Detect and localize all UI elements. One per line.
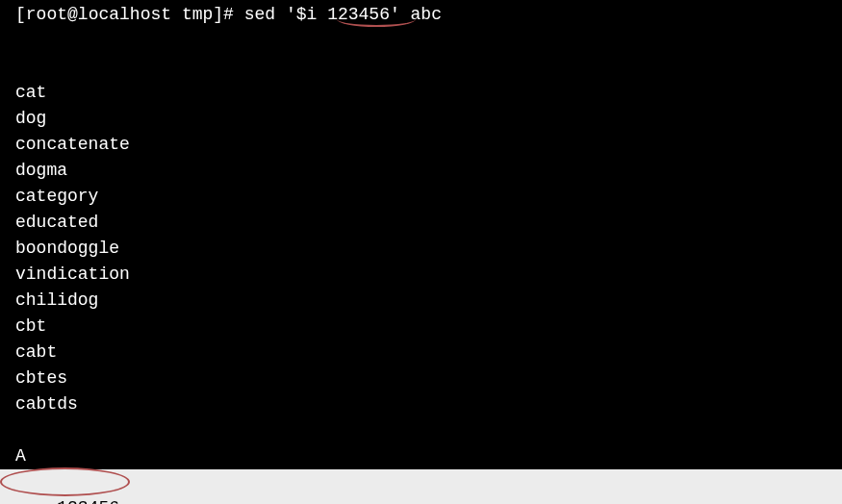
prompt-open: [ [15,5,26,24]
output-line: cbtes [0,365,842,391]
highlighted-text: 123456 [57,498,119,504]
output-line: dog [0,106,842,132]
output-line [0,417,842,443]
output-line: concatenate [0,132,842,158]
prompt-cwd: tmp [182,5,213,24]
prompt-line-1: [root@localhost tmp]# sed '$i 123456' ab… [0,2,842,80]
command-output: catdogconcatenatedogmacategoryeducatedbo… [0,80,842,469]
output-line: cabt [0,340,842,365]
output-line: cbt [0,314,842,340]
prompt-host: localhost [78,5,171,24]
highlighted-output-line: 123456 [0,469,842,504]
output-line: A [0,443,842,469]
output-line: chilidog [0,288,842,314]
prompt-close: ] [213,5,223,24]
command-text: sed '$i 123456' abc [244,5,442,24]
terminal[interactable]: [root@localhost tmp]# sed '$i 123456' ab… [0,2,842,504]
circle-annotation [0,467,130,496]
prompt-at: @ [67,5,78,24]
output-line: dogma [0,158,842,184]
output-line: category [0,184,842,210]
output-line: educated [0,210,842,236]
output-line: vindication [0,262,842,288]
output-line: cat [0,80,842,106]
output-line: cabtds [0,391,842,417]
prompt-symbol: # [223,5,234,24]
prompt-user: root [26,5,67,24]
output-line: boondoggle [0,236,842,262]
